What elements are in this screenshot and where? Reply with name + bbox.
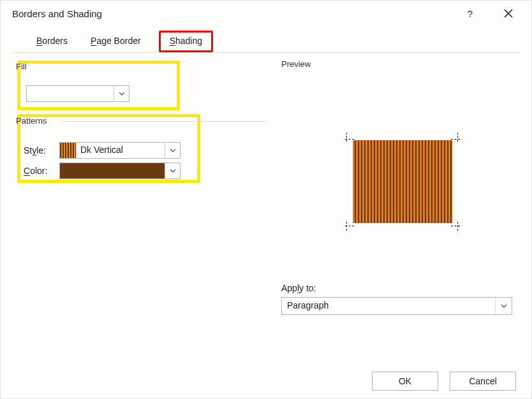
fill-group: Fill (12, 59, 267, 110)
apply-to-block: Apply to: Paragraph (281, 283, 516, 315)
dialog-body: Fill Patterns Style: (1, 53, 531, 359)
tab-shading[interactable]: Shading (159, 31, 213, 52)
patterns-divider (62, 121, 267, 122)
fill-color-dropdown[interactable] (26, 85, 129, 102)
preview-marker-br-v (454, 222, 462, 231)
apply-to-dropdown[interactable]: Paragraph (281, 297, 512, 315)
fill-label: Fill (15, 59, 270, 71)
left-column: Fill Patterns Style: (12, 59, 267, 189)
tab-page-border[interactable]: Page Border (85, 31, 146, 52)
patterns-style-value: Dk Vertical (77, 143, 165, 158)
preview-area (281, 69, 516, 266)
title-controls: ? (459, 2, 525, 25)
preview-pattern (353, 140, 452, 223)
right-column: Preview Apply to: Paragraph (281, 59, 516, 315)
patterns-style-swatch (60, 143, 77, 158)
tabs: Borders Page Border Shading (12, 26, 520, 53)
dialog-title: Borders and Shading (12, 8, 102, 19)
patterns-color-dropdown[interactable] (59, 163, 181, 179)
patterns-color-swatch (60, 163, 165, 178)
apply-to-label: Apply to: (281, 283, 516, 293)
patterns-group: Patterns Style: Dk Vertical (12, 113, 267, 189)
cancel-button[interactable]: Cancel (450, 372, 516, 391)
preview-swatch (353, 140, 452, 223)
patterns-style-label: Style: (24, 145, 53, 156)
borders-and-shading-dialog: Borders and Shading ? Borders Page Borde… (0, 0, 532, 399)
apply-to-arrow[interactable] (495, 298, 512, 314)
patterns-color-arrow[interactable] (165, 163, 180, 178)
dialog-footer: OK Cancel (1, 364, 531, 398)
titlebar: Borders and Shading ? (1, 1, 531, 26)
patterns-style-arrow[interactable] (165, 143, 180, 158)
patterns-style-dropdown[interactable]: Dk Vertical (59, 142, 181, 159)
patterns-label: Patterns (15, 113, 270, 126)
fill-dropdown-arrow[interactable] (114, 86, 129, 101)
tab-borders[interactable]: Borders (31, 31, 73, 52)
ok-button[interactable]: OK (372, 372, 438, 391)
apply-to-value: Paragraph (282, 298, 495, 314)
patterns-color-label: Color: (24, 166, 53, 176)
preview-marker-bl-v (343, 222, 351, 231)
preview-label: Preview (281, 59, 516, 69)
help-icon[interactable]: ? (459, 2, 482, 25)
close-icon[interactable] (497, 2, 520, 25)
preview-marker-tr-h (451, 135, 460, 144)
fill-color-swatch (27, 86, 114, 101)
